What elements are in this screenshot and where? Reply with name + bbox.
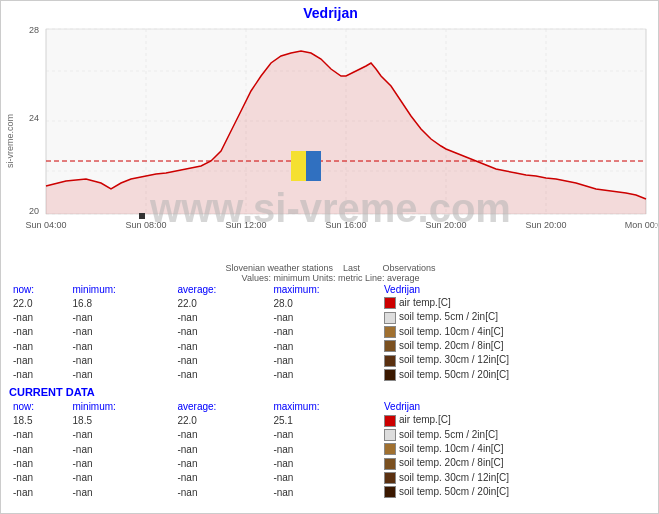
chart-area: Vedrijan si-vreme.com — [1, 1, 659, 261]
cell-avg: 22.0 — [173, 413, 269, 427]
cell-label: soil temp. 50cm / 20in[C] — [380, 368, 652, 382]
svg-text:Mon 00:00: Mon 00:00 — [625, 220, 659, 230]
cell-avg: 22.0 — [173, 296, 269, 310]
cell-min: -nan — [69, 310, 174, 324]
cell-label: soil temp. 30cm / 12in[C] — [380, 471, 652, 485]
cell-min: -nan — [69, 368, 174, 382]
page-container: Vedrijan si-vreme.com — [1, 1, 659, 514]
cell-min: -nan — [69, 456, 174, 470]
cell-now: -nan — [9, 325, 69, 339]
cell-max: -nan — [269, 353, 380, 367]
cell-avg: -nan — [173, 471, 269, 485]
cell-label: soil temp. 30cm / 12in[C] — [380, 353, 652, 367]
cell-now: 18.5 — [9, 413, 69, 427]
svg-text:20: 20 — [29, 206, 39, 216]
color-swatch — [384, 355, 396, 367]
curr-header-min: minimum: — [69, 400, 174, 413]
svg-text:Sun 12:00: Sun 12:00 — [225, 220, 266, 230]
cell-now: 22.0 — [9, 296, 69, 310]
svg-text:Sun 16:00: Sun 16:00 — [325, 220, 366, 230]
table-row: -nan -nan -nan -nan soil temp. 5cm / 2in… — [9, 428, 652, 442]
cell-max: -nan — [269, 471, 380, 485]
cell-max: 25.1 — [269, 413, 380, 427]
table-row: -nan -nan -nan -nan soil temp. 50cm / 20… — [9, 368, 652, 382]
chart-svg: 28 24 20 Sun 04:00 Sun 08:00 Sun 12:00 S… — [1, 21, 659, 251]
table-row: -nan -nan -nan -nan soil temp. 50cm / 20… — [9, 485, 652, 499]
table-row: -nan -nan -nan -nan soil temp. 30cm / 12… — [9, 471, 652, 485]
cell-min: -nan — [69, 442, 174, 456]
color-swatch — [384, 340, 396, 352]
cell-avg: -nan — [173, 325, 269, 339]
svg-rect-25 — [139, 213, 145, 219]
svg-text:Sun 20:00: Sun 20:00 — [525, 220, 566, 230]
table-row: -nan -nan -nan -nan soil temp. 20cm / 8i… — [9, 339, 652, 353]
cell-label: soil temp. 5cm / 2in[C] — [380, 310, 652, 324]
cell-min: -nan — [69, 353, 174, 367]
table-row: 22.0 16.8 22.0 28.0 air temp.[C] — [9, 296, 652, 310]
cell-avg: -nan — [173, 310, 269, 324]
cell-avg: -nan — [173, 442, 269, 456]
color-swatch — [384, 429, 396, 441]
table-row: -nan -nan -nan -nan soil temp. 10cm / 4i… — [9, 442, 652, 456]
current-section-title: CURRENT DATA — [9, 386, 652, 398]
color-swatch — [384, 312, 396, 324]
cell-max: -nan — [269, 442, 380, 456]
svg-text:Sun 08:00: Sun 08:00 — [125, 220, 166, 230]
cell-label: soil temp. 20cm / 8in[C] — [380, 456, 652, 470]
cell-min: -nan — [69, 485, 174, 499]
cell-min: -nan — [69, 471, 174, 485]
cell-avg: -nan — [173, 339, 269, 353]
cell-now: -nan — [9, 310, 69, 324]
cell-label: soil temp. 10cm / 4in[C] — [380, 325, 652, 339]
cell-max: -nan — [269, 325, 380, 339]
cell-now: -nan — [9, 368, 69, 382]
curr-header-max: maximum: — [269, 400, 380, 413]
data-area: HISTORICAL DATA now: minimum: average: m… — [1, 261, 659, 514]
cell-label: soil temp. 50cm / 20in[C] — [380, 485, 652, 499]
cell-min: -nan — [69, 339, 174, 353]
legend-line2: Values: minimum Units: metric Line: aver… — [242, 273, 420, 283]
cell-label: soil temp. 10cm / 4in[C] — [380, 442, 652, 456]
cell-max: -nan — [269, 485, 380, 499]
cell-now: -nan — [9, 471, 69, 485]
cell-min: -nan — [69, 428, 174, 442]
cell-now: -nan — [9, 456, 69, 470]
table-row: -nan -nan -nan -nan soil temp. 20cm / 8i… — [9, 456, 652, 470]
current-table: now: minimum: average: maximum: Vedrijan… — [9, 400, 652, 499]
chart-title: Vedrijan — [1, 1, 659, 21]
svg-text:Sun 04:00: Sun 04:00 — [25, 220, 66, 230]
color-swatch — [384, 297, 396, 309]
cell-max: -nan — [269, 428, 380, 442]
cell-label: soil temp. 20cm / 8in[C] — [380, 339, 652, 353]
cell-now: -nan — [9, 339, 69, 353]
color-swatch — [384, 369, 396, 381]
cell-min: 18.5 — [69, 413, 174, 427]
cell-label: air temp.[C] — [380, 296, 652, 310]
cell-avg: -nan — [173, 428, 269, 442]
cell-avg: -nan — [173, 368, 269, 382]
cell-min: -nan — [69, 325, 174, 339]
svg-text:24: 24 — [29, 113, 39, 123]
curr-header-avg: average: — [173, 400, 269, 413]
cell-now: -nan — [9, 485, 69, 499]
color-swatch — [384, 486, 396, 498]
cell-max: -nan — [269, 368, 380, 382]
svg-rect-28 — [306, 166, 321, 181]
cell-label: air temp.[C] — [380, 413, 652, 427]
svg-text:Sun 20:00: Sun 20:00 — [425, 220, 466, 230]
legend-line1: Slovenian weather stations Last Observat… — [225, 263, 435, 273]
cell-avg: -nan — [173, 485, 269, 499]
y-axis-label: si-vreme.com — [1, 21, 19, 261]
svg-text:28: 28 — [29, 25, 39, 35]
table-row: -nan -nan -nan -nan soil temp. 30cm / 12… — [9, 353, 652, 367]
cell-now: -nan — [9, 353, 69, 367]
color-swatch — [384, 443, 396, 455]
cell-now: -nan — [9, 442, 69, 456]
cell-avg: -nan — [173, 456, 269, 470]
chart-legend: Slovenian weather stations Last Observat… — [1, 261, 659, 285]
table-row: -nan -nan -nan -nan soil temp. 5cm / 2in… — [9, 310, 652, 324]
curr-header-station: Vedrijan — [380, 400, 652, 413]
color-swatch — [384, 415, 396, 427]
cell-max: -nan — [269, 339, 380, 353]
color-swatch — [384, 472, 396, 484]
